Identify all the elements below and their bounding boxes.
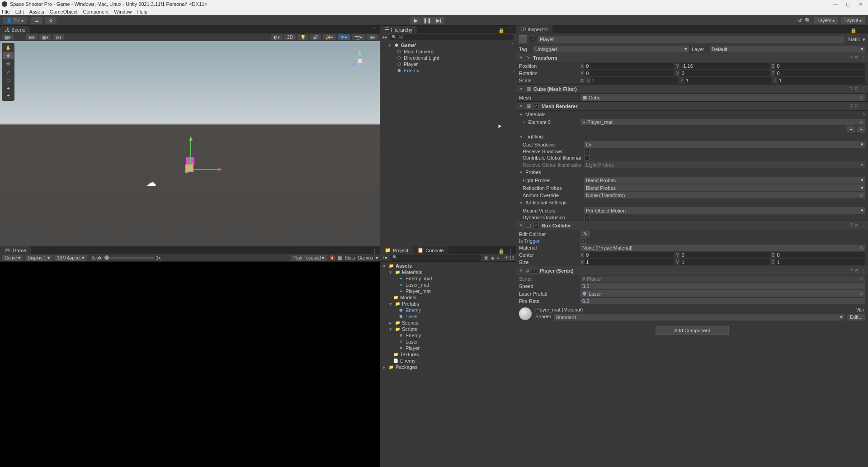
move-tool[interactable]: ✥ [3,52,14,59]
remove-material-button[interactable]: − [857,126,865,132]
settings-button[interactable]: ⚙ [45,17,57,24]
add-material-button[interactable]: + [847,126,855,132]
contribute-gi-checkbox[interactable] [584,155,590,160]
shading-button[interactable]: ◐▾ [271,34,283,40]
cast-shadows-dropdown[interactable]: On▾ [584,141,865,148]
project-item-player-mat[interactable]: ●Player_mat [381,288,515,294]
snap-increment-button[interactable]: ▦▾ [39,34,51,40]
project-item-prefab-laser[interactable]: ⬢Laser [381,313,515,320]
menu-assets[interactable]: Assets [29,9,44,14]
meshrenderer-enabled-checkbox[interactable]: ✓ [533,104,539,109]
panel-menu-icon[interactable]: ⋮ [508,248,513,254]
project-scenes-folder[interactable]: ▸📁Scenes [381,320,515,326]
gizmos-dropdown[interactable]: ⊞▾ [367,34,378,40]
project-packages-folder[interactable]: ▸📁Packages [381,364,515,370]
preset-icon[interactable]: ⎘ [855,55,858,60]
laser-prefab-field[interactable]: ⬢Laser⊙ [580,290,865,297]
stats-button[interactable]: Stats [344,255,355,260]
preset-icon[interactable]: ⎘ [855,86,858,91]
maximize-icon[interactable]: ▢ [846,1,850,7]
scene-viewport[interactable]: ✋ ✥ ⟲ ⤢ ▭ ✦ ⚗ ☁ [0,41,380,246]
edit-collider-button[interactable]: ✎ [580,231,590,237]
scene-menu-icon[interactable]: ⋮ [510,42,515,48]
tab-project[interactable]: 📁 Project [380,246,413,254]
display-dropdown[interactable]: Display 1 ▾ [25,255,52,261]
project-assets-folder[interactable]: ▾📁Assets [381,263,515,269]
layers-dropdown[interactable]: Layers ▾ [814,17,838,24]
menu-component[interactable]: Component [83,9,108,14]
game-view-dropdown[interactable]: Game ▾ [2,255,23,261]
create-dropdown[interactable]: +▾ [382,255,387,260]
prefab-open-icon[interactable]: › [513,68,515,73]
rotate-tool[interactable]: ⟲ [3,60,14,67]
menu-window[interactable]: Window [114,9,132,14]
object-picker-icon[interactable]: ⊙ [860,95,863,100]
project-script-enemy[interactable]: #Enemy [381,332,515,339]
tab-scene[interactable]: 🏞 Scene [0,26,30,33]
help-icon[interactable]: ? [850,86,853,91]
hierarchy-scene-row[interactable]: ▾ ⬢ Game* ⋮ [381,42,515,48]
size-x-field[interactable]: 1 [585,259,674,265]
position-x-field[interactable]: 0 [585,63,674,69]
component-script-header[interactable]: ▾# ✓ Player (Script) ?⎘⋮ [516,266,868,275]
materials-count[interactable]: 1 [863,112,865,118]
constrain-proportions-icon[interactable]: ⧉ [580,78,584,84]
element0-field[interactable]: ●Player_mat⊙ [580,119,865,125]
hierarchy-item-enemy[interactable]: ⬢ Enemy › [381,67,515,74]
project-script-player[interactable]: #Player [381,345,515,351]
gameobject-name-field[interactable] [538,36,844,43]
tab-inspector[interactable]: ⓘ Inspector [516,25,552,33]
visibility-toggle[interactable]: 👁▾ [338,34,350,40]
additional-settings-label[interactable]: Additional Settings [525,200,566,206]
help-icon[interactable]: ? [850,55,853,60]
lighting-section-label[interactable]: Lighting [525,134,543,140]
script-enabled-checkbox[interactable]: ✓ [532,268,537,274]
add-component-button[interactable]: Add Component [656,326,729,335]
mute-audio-icon[interactable]: 🔇 [330,255,335,260]
gameobject-icon[interactable] [519,35,527,43]
menu-edit[interactable]: Edit [15,9,24,14]
materials-label[interactable]: Materials [525,112,546,118]
object-picker-icon[interactable]: ⊙ [860,245,863,250]
rect-tool[interactable]: ▭ [3,76,14,84]
preset-icon[interactable]: ⎘ [855,223,858,228]
size-z-field[interactable]: 1 [775,259,865,265]
search-by-type-icon[interactable]: ▣ [484,255,488,260]
hand-tool[interactable]: ✋ [3,44,14,51]
speed-field[interactable]: 3.5 [580,283,865,289]
foldout-icon[interactable]: ▾ [387,42,392,48]
aspect-dropdown[interactable]: 16:9 Aspect ▾ [54,255,87,261]
collider-material-field[interactable]: None (Physic Material)⊙ [580,245,865,251]
transform-tool[interactable]: ✦ [3,85,14,92]
edit-shader-button[interactable]: Edit... [847,314,865,321]
scale-slider[interactable] [104,257,154,259]
component-transform-header[interactable]: ▾⇲ Transform ?⎘⋮ [516,53,868,62]
grid-snap-button[interactable]: ⊞▾ [26,34,38,40]
object-picker-icon[interactable]: ⊙ [860,120,863,124]
panel-menu-icon[interactable]: ⋮ [372,28,377,33]
anchor-override-field[interactable]: None (Transform)⊙ [584,192,865,198]
position-y-field[interactable]: -1.16 [680,63,770,69]
menu-icon[interactable]: ⋮ [861,55,865,60]
project-item-prefab-enemy[interactable]: ⬢Enemy [381,307,515,313]
shader-dropdown[interactable]: Standard▾ [554,314,844,321]
size-y-field[interactable]: 1 [680,259,770,265]
dynamic-occlusion-checkbox[interactable]: ✓ [584,215,590,220]
2d-toggle[interactable]: 2D [284,34,296,40]
project-item-enemy-mat[interactable]: ●Enemy_mat [381,275,515,282]
custom-tool[interactable]: ⚗ [3,93,14,100]
vsync-icon[interactable]: ▦ [338,255,342,260]
hierarchy-search[interactable]: All [398,35,403,40]
menu-gameobject[interactable]: GameObject [50,9,78,14]
panel-menu-icon[interactable]: ⋮ [508,28,513,33]
project-search[interactable]: 🔍 [390,255,481,261]
tab-hierarchy[interactable]: ☰ Hierarchy [380,26,417,33]
play-button[interactable]: ▶ [410,17,421,24]
component-boxcollider-header[interactable]: ▾▢ ✓ Box Collider ?⎘⋮ [516,221,868,230]
hierarchy-item-main-camera[interactable]: ⬡ Main Camera [381,48,515,55]
project-enemy-asset[interactable]: 📄Enemy [381,358,515,364]
drag-handle-icon[interactable]: ≡ [523,119,525,125]
create-dropdown[interactable]: +▾ [382,35,387,40]
receive-shadows-checkbox[interactable]: ✓ [584,149,590,154]
menu-help[interactable]: Help [137,9,147,14]
